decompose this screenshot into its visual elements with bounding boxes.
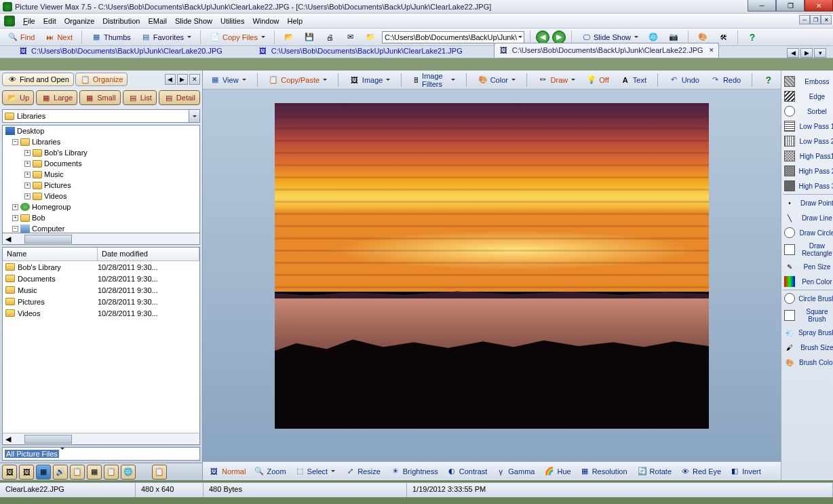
text-button[interactable]: AText bbox=[616, 73, 651, 87]
panel-next-button[interactable]: ▶ bbox=[177, 74, 188, 85]
resize-button[interactable]: ⤢Resize bbox=[341, 465, 384, 478]
view-button[interactable]: ▦View bbox=[206, 73, 250, 87]
maximize-button[interactable]: ❐ bbox=[776, 0, 805, 12]
circlebrush-button[interactable]: Circle Brush bbox=[783, 292, 833, 305]
find-open-tab[interactable]: 👁Find and Open bbox=[2, 73, 74, 86]
normal-button[interactable]: 🖼Normal bbox=[206, 465, 249, 478]
list-item[interactable]: Bob's Library10/28/2011 9:30... bbox=[3, 261, 199, 273]
tree-scrollbar[interactable]: ◀ bbox=[2, 233, 200, 245]
pensize-button[interactable]: ✎Pen Size bbox=[783, 260, 833, 273]
mdi-close-button[interactable]: ✕ bbox=[821, 15, 832, 24]
off-button[interactable]: 💡Off bbox=[582, 73, 613, 87]
tool-button-4[interactable]: 🔊 bbox=[53, 465, 68, 480]
sorbel-button[interactable]: Sorbel bbox=[783, 104, 833, 118]
highpass2-button[interactable]: High Pass 2 bbox=[783, 164, 833, 178]
print-button[interactable]: 🖨 bbox=[321, 30, 338, 45]
drawline-button[interactable]: ╲Draw Line bbox=[783, 211, 833, 225]
image-button[interactable]: 🖼Image bbox=[345, 73, 395, 87]
list-scrollbar[interactable]: ◀ bbox=[3, 433, 199, 444]
drawrect-button[interactable]: Draw Rectangle bbox=[783, 241, 833, 258]
spraybrush-button[interactable]: 💨Spray Brush bbox=[783, 326, 833, 339]
menu-email[interactable]: EMail bbox=[148, 17, 167, 25]
undo-button[interactable]: ↶Undo bbox=[665, 73, 703, 87]
menu-slideshow[interactable]: Slide Show bbox=[175, 17, 212, 25]
up-button[interactable]: 📂Up bbox=[2, 90, 34, 105]
open-button[interactable]: 📂 bbox=[280, 30, 298, 45]
help-button[interactable]: ? bbox=[743, 30, 761, 45]
tool-button-2[interactable]: 🖼 bbox=[19, 465, 34, 480]
tool-button-5[interactable]: 📋 bbox=[70, 465, 85, 480]
tool-button-7[interactable]: 📋 bbox=[104, 465, 119, 480]
tool-button-1[interactable]: 🖼 bbox=[2, 465, 17, 480]
list-item[interactable]: Documents10/28/2011 9:30... bbox=[3, 273, 199, 284]
small-button[interactable]: ▦Small bbox=[79, 90, 121, 105]
folder-button[interactable]: 📁 bbox=[362, 30, 379, 45]
collapse-icon[interactable]: − bbox=[12, 139, 18, 145]
mdi-restore-button[interactable]: ❐ bbox=[810, 15, 821, 24]
favorites-button[interactable]: ▤Favorites bbox=[137, 30, 195, 45]
list-item[interactable]: Music10/28/2011 9:30... bbox=[3, 284, 199, 296]
doc-tab-2[interactable]: 🖼C:\Users\Bob\Documents\BackUp\Junk\Clea… bbox=[254, 44, 467, 58]
expand-icon[interactable]: + bbox=[24, 182, 31, 189]
detail-button[interactable]: ▤Detail bbox=[159, 90, 200, 105]
menu-window[interactable]: Window bbox=[252, 17, 279, 25]
copy-paste-button[interactable]: 📋Copy/Paste bbox=[264, 73, 331, 87]
lowpass1-button[interactable]: Low Pass 1 bbox=[783, 119, 833, 133]
large-button[interactable]: ▦Large bbox=[36, 90, 77, 105]
menu-file[interactable]: File bbox=[23, 17, 35, 25]
emboss-button[interactable]: Emboss bbox=[783, 75, 833, 88]
pencolor-button[interactable]: Pen Color bbox=[783, 275, 833, 288]
save-button[interactable]: 💾 bbox=[301, 30, 318, 45]
minimize-button[interactable]: ─ bbox=[748, 0, 776, 12]
menu-edit[interactable]: Edit bbox=[43, 17, 56, 25]
tab-prev-button[interactable]: ◀ bbox=[787, 48, 799, 58]
brushsize-button[interactable]: 🖌Brush Size bbox=[783, 341, 833, 354]
mail-button[interactable]: ✉ bbox=[341, 30, 359, 45]
nav-back-button[interactable]: ◀ bbox=[536, 31, 549, 44]
drawcircle-button[interactable]: Draw Circle bbox=[783, 226, 833, 239]
nav-forward-button[interactable]: ▶ bbox=[552, 31, 566, 44]
file-list[interactable]: Name Date modified Bob's Library10/28/20… bbox=[2, 247, 200, 445]
brightness-button[interactable]: ☀Brightness bbox=[387, 465, 442, 478]
list-button[interactable]: ▤List bbox=[123, 90, 157, 105]
color-button[interactable]: 🎨Color bbox=[473, 73, 520, 87]
rotate-button[interactable]: 🔄Rotate bbox=[634, 465, 675, 478]
expand-icon[interactable]: + bbox=[24, 161, 31, 167]
list-item[interactable]: Videos10/28/2011 9:30... bbox=[3, 307, 199, 319]
expand-icon[interactable]: + bbox=[24, 172, 31, 178]
zoom-button[interactable]: 🔍Zoom bbox=[250, 465, 289, 478]
help-button[interactable]: ? bbox=[759, 73, 778, 87]
tab-next-button[interactable]: ▶ bbox=[800, 48, 813, 58]
find-button[interactable]: 🔍Find bbox=[4, 30, 38, 45]
mdi-minimize-button[interactable]: ─ bbox=[799, 15, 810, 24]
expand-icon[interactable]: + bbox=[12, 204, 18, 210]
filters-button[interactable]: 🎚Image Filters bbox=[408, 71, 459, 90]
tool-button-3[interactable]: ▦ bbox=[36, 465, 51, 480]
collapse-icon[interactable]: − bbox=[12, 226, 18, 232]
folder-tree[interactable]: Desktop −Libraries +Bob's Library +Docum… bbox=[2, 125, 200, 233]
filter-combo[interactable]: All Picture Files bbox=[2, 447, 200, 461]
panel-prev-button[interactable]: ◀ bbox=[165, 74, 176, 85]
tool-button-8[interactable]: 🌐 bbox=[121, 465, 136, 480]
tab-list-button[interactable]: ▾ bbox=[814, 48, 826, 58]
col-date[interactable]: Date modified bbox=[98, 248, 199, 260]
drawpoint-button[interactable]: •Draw Point bbox=[783, 196, 833, 210]
squarebrush-button[interactable]: Square Brush bbox=[783, 307, 833, 324]
select-button[interactable]: ⬚Select bbox=[291, 465, 339, 478]
close-button[interactable]: ✕ bbox=[805, 0, 833, 12]
path-combo[interactable]: C:\Users\Bob\Documents\BackUp\Junk\ bbox=[382, 31, 524, 43]
menu-help[interactable]: Help bbox=[288, 17, 303, 25]
panel-close-button[interactable]: ✕ bbox=[189, 74, 200, 85]
copy-files-button[interactable]: 📄Copy Files bbox=[206, 30, 269, 45]
expand-icon[interactable]: + bbox=[24, 150, 31, 156]
hue-button[interactable]: 🌈Hue bbox=[541, 465, 574, 478]
doc-tab-1[interactable]: 🖼C:\Users\Bob\Documents\BackUp\Junk\Clea… bbox=[14, 44, 227, 58]
menu-utilities[interactable]: Utilities bbox=[220, 17, 244, 25]
list-item[interactable]: Pictures10/28/2011 9:30... bbox=[3, 296, 199, 307]
edge-button[interactable]: Edge bbox=[783, 90, 833, 103]
invert-button[interactable]: ◧Invert bbox=[726, 465, 764, 478]
redeye-button[interactable]: 👁Red Eye bbox=[676, 465, 724, 478]
drive-combo[interactable]: Libraries bbox=[2, 109, 200, 123]
highpass3-button[interactable]: High Pass 3 bbox=[783, 179, 833, 193]
highpass1-button[interactable]: High Pass1 bbox=[783, 149, 833, 163]
